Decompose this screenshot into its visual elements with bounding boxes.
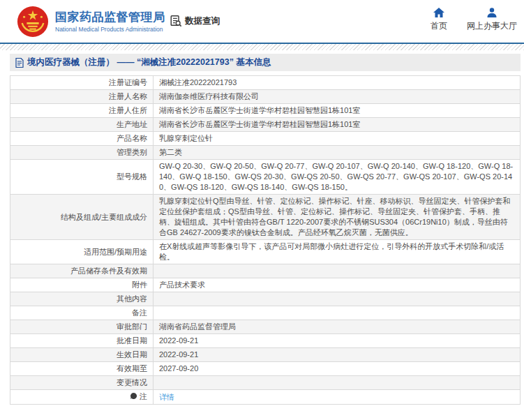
table-row: 生产地址 湖南省长沙市岳麓区学士街道学华村碧桂园智慧园1栋101室 (10, 118, 521, 132)
row-label: 附件 (10, 278, 154, 292)
row-value: 湖南省长沙市岳麓区学士街道学华村碧桂园智慧园1栋101室 (154, 104, 521, 118)
row-label: 生效日期 (10, 348, 154, 362)
table-row: 批准日期 2022-09-21 (10, 334, 521, 348)
row-label: 生产地址 (10, 118, 154, 132)
row-value: 产品技术要求 (154, 278, 521, 292)
info-table: 注册证编号 湘械注准20222021793 注册人名称 湖南伽奈维医疗科技有限公… (10, 75, 521, 405)
page-title: 境内医疗器械（注册） —— “湘械注准20222021793” 基本信息 (27, 57, 271, 68)
row-value: 乳腺穿刺定位针Q型由导丝、针管、定位标记、操作标记、针座、移动标识、导丝固定夹、… (154, 195, 521, 240)
row-label: 注册证编号 (10, 76, 154, 90)
detail-link[interactable]: 详情 (159, 393, 174, 401)
nav-home[interactable]: 首页 (431, 8, 447, 32)
row-label: 产品储存条件及有效期 (10, 264, 154, 278)
row-label: 审批部门 (10, 320, 154, 334)
table-row: 产品名称 乳腺穿刺定位针 (10, 132, 521, 146)
table-row: 注册人住所 湖南省长沙市岳麓区学士街道学华村碧桂园智慧园1栋101室 (10, 104, 521, 118)
row-value: 第二类 (154, 146, 521, 160)
row-value: 2022-09-21 (154, 348, 521, 362)
home-icon (433, 8, 444, 17)
row-label: 批准日期 (10, 334, 154, 348)
row-value: 2027-09-20 (154, 362, 521, 376)
row-value (154, 306, 521, 320)
user-icon (487, 8, 497, 17)
nmpa-logo-group: 国家药品监督管理局 National Medical Products Admi… (17, 6, 165, 38)
nmpa-emblem-icon (17, 6, 49, 38)
row-value: 湖南省长沙市岳麓区学士街道学华村碧桂园智慧园1栋101室 (154, 118, 521, 132)
row-value (154, 292, 521, 306)
row-label: 变更情况 (10, 376, 154, 390)
nav-online-service-hall-label: 网上办事大厅 (467, 20, 517, 32)
note-icon (130, 392, 137, 403)
row-value: 湘械注准20222021793 (154, 76, 521, 90)
logo-text: 国家药品监督管理局 National Medical Products Admi… (55, 10, 165, 33)
table-row: 结构及组成/主要组成成分 乳腺穿刺定位针Q型由导丝、针管、定位标记、操作标记、针… (10, 195, 521, 240)
row-value: 湖南省药品监督管理局 (154, 320, 521, 334)
row-label: 注 (10, 390, 154, 405)
table-row: 型号规格 GW-Q 20-30、GW-Q 20-50、GW-Q 20-77、GW… (10, 160, 521, 195)
table-row: 适用范围/预期用途 在X射线或超声等影像引导下，该产品可对局部微小病灶进行定位，… (10, 240, 521, 264)
row-label: 有效期至 (10, 362, 154, 376)
table-row: 审批部门 湖南省药品监督管理局 (10, 320, 521, 334)
row-label: 型号规格 (10, 160, 154, 195)
row-label: 备注 (10, 306, 154, 320)
table-row: 管理类别 第二类 (10, 146, 521, 160)
table-row: 备注 (10, 306, 521, 320)
site-subtitle: National Medical Products Administration (55, 26, 165, 33)
table-row: 有效期至 2027-09-20 (10, 362, 521, 376)
table-row: 注册证编号 湘械注准20222021793 (10, 76, 521, 90)
data-query-menu[interactable]: 数据查询 (170, 15, 220, 27)
row-label: 结构及组成/主要组成成分 (10, 195, 154, 240)
row-label: 注册人名称 (10, 90, 154, 104)
row-label: 产品名称 (10, 132, 154, 146)
row-value: 在X射线或超声等影像引导下，该产品可对局部微小病灶进行定位，引导外科的开放式手术… (154, 240, 521, 264)
table-row: 注册人名称 湖南伽奈维医疗科技有限公司 (10, 90, 521, 104)
document-icon (15, 58, 24, 68)
row-label: 管理类别 (10, 146, 154, 160)
row-value: 乳腺穿刺定位针 (154, 132, 521, 146)
row-value (154, 376, 521, 390)
row-label: 适用范围/预期用途 (10, 240, 154, 264)
nav-home-label: 首页 (431, 20, 447, 32)
top-nav: 首页 网上办事大厅 (431, 8, 517, 32)
info-table-body: 注册证编号 湘械注准20222021793 注册人名称 湖南伽奈维医疗科技有限公… (10, 76, 521, 405)
data-query-label: 数据查询 (185, 15, 220, 27)
main-content: 境内医疗器械（注册） —— “湘械注准20222021793” 基本信息 注册证… (10, 54, 521, 405)
table-row: 产品储存条件及有效期 (10, 264, 521, 278)
row-value: 湖南伽奈维医疗科技有限公司 (154, 90, 521, 104)
table-row: 附件 产品技术要求 (10, 278, 521, 292)
site-title: 国家药品监督管理局 (55, 10, 165, 24)
table-row: 生效日期 2022-09-21 (10, 348, 521, 362)
row-value (154, 264, 521, 278)
data-query-icon (170, 15, 182, 27)
table-row: 变更情况 (10, 376, 521, 390)
row-label: 注册人住所 (10, 104, 154, 118)
nav-online-service-hall[interactable]: 网上办事大厅 (467, 8, 517, 32)
page-title-bar: 境内医疗器械（注册） —— “湘械注准20222021793” 基本信息 (10, 54, 521, 71)
site-header: 国家药品监督管理局 National Medical Products Admi… (0, 0, 524, 43)
row-value: 2022-09-21 (154, 334, 521, 348)
row-value: 详情 (154, 390, 521, 405)
row-label: 其他内容 (10, 292, 154, 306)
table-row: 注 详情 (10, 390, 521, 405)
hatch-strip (0, 44, 524, 50)
row-value: GW-Q 20-30、GW-Q 20-50、GW-Q 20-77、GW-Q 20… (154, 160, 521, 195)
table-row: 其他内容 (10, 292, 521, 306)
